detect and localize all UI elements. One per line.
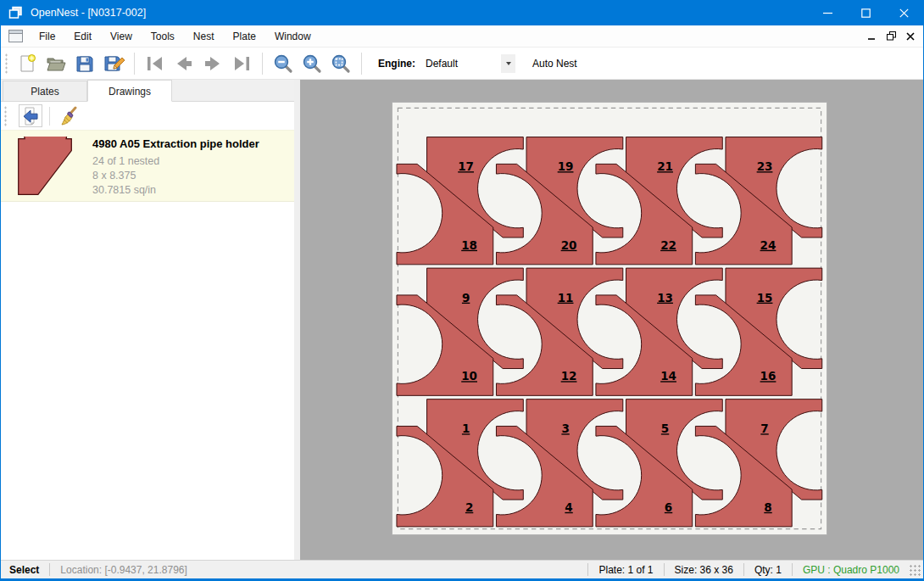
part-number-label: 11 bbox=[558, 291, 574, 304]
main-toolbar: Engine: Default Auto Nest bbox=[1, 47, 923, 80]
status-gpu: GPU : Quadro P1000 bbox=[793, 564, 910, 576]
part-number-label: 8 bbox=[764, 500, 771, 514]
status-mode: Select bbox=[1, 564, 49, 576]
chevron-down-icon[interactable] bbox=[501, 54, 515, 73]
engine-select[interactable]: Default bbox=[422, 53, 515, 74]
previous-plate-button[interactable] bbox=[170, 51, 198, 76]
status-bar: Select Location: [-0.9437, 21.8796] Plat… bbox=[1, 560, 923, 578]
nesting-canvas[interactable]: 171819202122232491011121314151612345678 bbox=[300, 80, 923, 560]
part-number-label: 24 bbox=[760, 238, 776, 252]
status-plate: Plate: 1 of 1 bbox=[588, 564, 663, 576]
toolbar-drag-handle[interactable] bbox=[4, 53, 8, 75]
part-number-label: 17 bbox=[458, 159, 474, 173]
menu-nest[interactable]: Nest bbox=[184, 25, 224, 47]
status-location: Location: [-0.9437, 21.8796] bbox=[50, 564, 197, 576]
part-number-label: 3 bbox=[561, 422, 569, 435]
auto-nest-button[interactable]: Auto Nest bbox=[527, 54, 582, 73]
menu-tools[interactable]: Tools bbox=[142, 25, 184, 47]
minimize-button[interactable] bbox=[809, 0, 847, 25]
open-button[interactable] bbox=[42, 51, 70, 76]
close-button[interactable] bbox=[885, 0, 923, 25]
drawing-title: 4980 A05 Extraction pipe holder bbox=[92, 137, 259, 150]
toolbar-separator bbox=[262, 53, 263, 75]
app-window: OpenNest - [N0317-002] File Edit View To… bbox=[0, 0, 924, 581]
zoom-in-icon bbox=[302, 53, 322, 74]
broom-icon bbox=[58, 106, 79, 126]
next-plate-button[interactable] bbox=[199, 51, 226, 76]
menu-bar: File Edit View Tools Nest Plate Window bbox=[1, 25, 923, 47]
drawing-list-item[interactable]: 4980 A05 Extraction pipe holder 24 of 1 … bbox=[1, 130, 294, 202]
resize-grip[interactable] bbox=[910, 563, 921, 577]
menu-view[interactable]: View bbox=[101, 25, 142, 47]
mdi-minimize-button[interactable] bbox=[868, 32, 877, 41]
drawings-toolbar bbox=[1, 102, 294, 130]
part-number-label: 20 bbox=[561, 238, 577, 252]
drawings-list-empty-area bbox=[1, 202, 294, 560]
plate-svg: 171819202122232491011121314151612345678 bbox=[392, 103, 827, 534]
panel-toolbar-separator bbox=[49, 107, 50, 126]
part-number-label: 12 bbox=[561, 369, 577, 383]
part-number-label: 1 bbox=[462, 422, 470, 435]
mdi-restore-button[interactable] bbox=[887, 31, 896, 41]
drawing-dimensions: 8 x 8.375 bbox=[92, 169, 259, 183]
zoom-out-button[interactable] bbox=[270, 51, 297, 76]
menu-edit[interactable]: Edit bbox=[64, 25, 101, 47]
part-number-label: 5 bbox=[661, 422, 669, 435]
part-number-label: 9 bbox=[462, 291, 470, 304]
panel-toolbar-drag-handle[interactable] bbox=[3, 105, 8, 127]
part-number-label: 22 bbox=[660, 238, 676, 252]
next-arrow-icon bbox=[202, 55, 224, 72]
panel-splitter[interactable] bbox=[294, 80, 300, 560]
tab-drawings[interactable]: Drawings bbox=[87, 80, 172, 102]
menu-plate[interactable]: Plate bbox=[224, 25, 265, 47]
maximize-icon bbox=[862, 8, 870, 16]
app-icon bbox=[8, 6, 23, 20]
import-arrow-icon bbox=[21, 107, 40, 126]
new-button[interactable] bbox=[14, 51, 41, 76]
open-folder-icon bbox=[45, 53, 67, 74]
zoom-fit-icon bbox=[331, 53, 351, 74]
first-plate-button[interactable] bbox=[142, 51, 169, 76]
part-number-label: 14 bbox=[660, 369, 676, 383]
part-number-label: 16 bbox=[760, 369, 776, 383]
zoom-out-icon bbox=[273, 53, 293, 74]
toolbar-separator bbox=[361, 53, 362, 75]
save-as-button[interactable] bbox=[100, 51, 127, 76]
new-file-icon bbox=[17, 53, 37, 74]
part-number-label: 10 bbox=[461, 369, 477, 383]
menu-window[interactable]: Window bbox=[265, 25, 320, 47]
menu-file[interactable]: File bbox=[30, 25, 64, 47]
last-arrow-icon bbox=[231, 55, 253, 72]
left-panel: Plates Drawings bbox=[1, 80, 294, 560]
part-number-label: 18 bbox=[461, 238, 477, 252]
drawing-nested-count: 24 of 1 nested bbox=[92, 154, 259, 169]
document-window-icon[interactable] bbox=[8, 30, 23, 42]
maximize-button[interactable] bbox=[847, 0, 885, 25]
zoom-in-button[interactable] bbox=[298, 51, 326, 76]
part-number-label: 19 bbox=[558, 159, 574, 173]
drawing-area: 30.7815 sq/in bbox=[92, 183, 259, 198]
part-number-label: 6 bbox=[665, 500, 672, 514]
plate-sheet[interactable]: 171819202122232491011121314151612345678 bbox=[392, 102, 827, 535]
zoom-fit-button[interactable] bbox=[327, 51, 354, 76]
toolbar-separator bbox=[134, 53, 135, 75]
tab-plates[interactable]: Plates bbox=[3, 81, 87, 101]
part-number-label: 4 bbox=[565, 500, 572, 514]
close-icon bbox=[900, 8, 908, 16]
part-number-label: 13 bbox=[657, 291, 673, 304]
panel-tabs: Plates Drawings bbox=[1, 80, 294, 102]
title-bar: OpenNest - [N0317-002] bbox=[1, 0, 923, 25]
engine-value: Default bbox=[422, 58, 501, 70]
part-number-label: 21 bbox=[657, 159, 673, 173]
status-size: Size: 36 x 36 bbox=[665, 564, 743, 576]
window-title: OpenNest - [N0317-002] bbox=[31, 7, 809, 19]
mdi-close-button[interactable] bbox=[906, 32, 915, 41]
first-arrow-icon bbox=[144, 55, 166, 72]
last-plate-button[interactable] bbox=[228, 51, 255, 76]
part-number-label: 23 bbox=[757, 159, 773, 173]
save-button[interactable] bbox=[71, 51, 98, 76]
previous-arrow-icon bbox=[173, 55, 195, 72]
import-drawing-button[interactable] bbox=[19, 104, 42, 127]
part-thumbnail bbox=[13, 137, 77, 197]
clear-drawings-button[interactable] bbox=[57, 104, 81, 127]
